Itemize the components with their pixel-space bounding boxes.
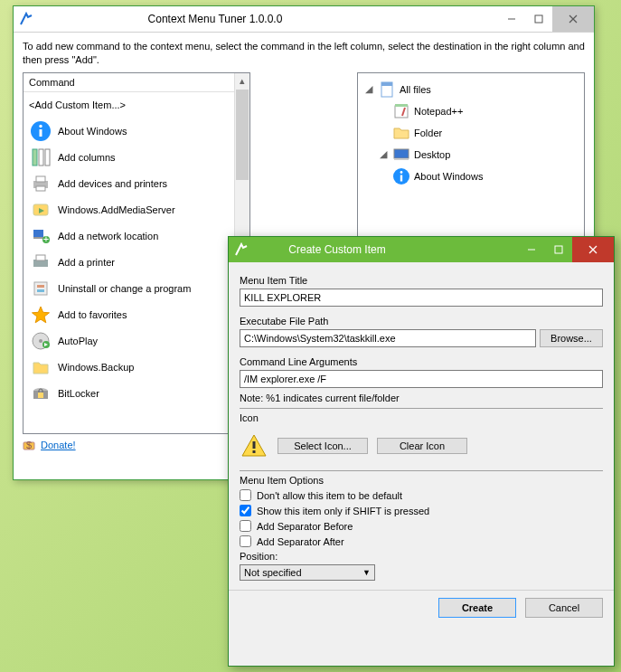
checkbox-shift[interactable]: Show this item only if SHIFT is pressed	[240, 505, 603, 516]
list-item[interactable]: BitLocker	[24, 381, 249, 407]
icon-section-label: Icon	[240, 412, 603, 423]
svg-rect-21	[36, 255, 45, 260]
list-item[interactable]: Add to favorites	[24, 302, 249, 328]
svg-rect-9	[39, 149, 43, 166]
svg-point-27	[39, 339, 42, 343]
programs-icon	[29, 279, 52, 298]
exe-path-label: Executabe File Path	[240, 316, 603, 327]
window-title: Context Menu Tuner 1.0.0.0	[41, 13, 498, 25]
create-custom-item-dialog: Create Custom Item Menu Item Title Execu…	[228, 236, 615, 667]
svg-rect-47	[555, 246, 562, 253]
main-titlebar[interactable]: Context Menu Tuner 1.0.0.0	[14, 6, 594, 33]
tree-node-desktop[interactable]: ◢Desktop	[363, 144, 579, 166]
desktop-icon	[392, 146, 410, 164]
autoplay-icon	[29, 331, 52, 351]
network-icon: +	[29, 226, 52, 246]
svg-point-44	[400, 171, 403, 174]
modal-maximize-button[interactable]	[545, 237, 572, 262]
svg-rect-51	[253, 441, 256, 449]
chevron-down-icon[interactable]: ◢	[363, 83, 374, 95]
svg-rect-32	[38, 393, 43, 398]
svg-text:$: $	[26, 440, 32, 450]
donate-area: $ Donate!	[23, 434, 250, 452]
add-custom-item[interactable]: <Add Custom Item...>	[24, 92, 249, 118]
media-icon	[29, 200, 52, 220]
svg-marker-25	[33, 307, 50, 323]
position-combo[interactable]: Not specified▼	[240, 564, 375, 581]
checkbox-default[interactable]: Don't allow this item to be default	[240, 489, 603, 501]
app-icon	[234, 242, 249, 257]
svg-rect-38	[395, 104, 408, 107]
svg-rect-6	[40, 129, 42, 137]
instruction-text: To add new command to the context menu, …	[14, 33, 594, 72]
svg-rect-13	[36, 186, 45, 191]
notepad-icon	[392, 102, 410, 120]
folder-icon	[392, 124, 410, 142]
modal-minimize-button[interactable]	[518, 237, 545, 262]
svg-rect-22	[34, 282, 47, 295]
tree-node-notepad[interactable]: Notepad++	[363, 100, 579, 122]
create-button[interactable]: Create	[438, 598, 516, 618]
chevron-down-icon[interactable]: ◢	[378, 148, 389, 160]
list-item[interactable]: AutoPlay	[24, 328, 249, 355]
scroll-up[interactable]: ▴	[235, 73, 249, 89]
svg-rect-12	[36, 176, 45, 182]
backup-icon	[29, 357, 52, 377]
note-text: Note: %1 indicates current file/folder	[240, 393, 603, 403]
cancel-button[interactable]: Cancel	[525, 598, 603, 618]
modal-titlebar[interactable]: Create Custom Item	[229, 237, 614, 262]
args-label: Command Line Arguments	[240, 356, 603, 367]
svg-rect-23	[37, 285, 44, 288]
menu-title-input[interactable]	[240, 289, 603, 307]
command-header: Command	[24, 73, 249, 92]
svg-rect-10	[45, 149, 50, 166]
close-button[interactable]	[552, 6, 594, 32]
list-item[interactable]: Add devices and printers	[24, 171, 249, 197]
tree-node-about[interactable]: About Windows	[363, 166, 579, 187]
file-icon	[378, 80, 396, 99]
list-item[interactable]: Add a printer	[24, 250, 249, 276]
list-item[interactable]: Add columns	[24, 145, 249, 171]
svg-text:+: +	[43, 233, 49, 244]
checkbox-sep-before[interactable]: Add Separator Before	[240, 520, 603, 532]
svg-rect-37	[395, 106, 408, 118]
svg-rect-52	[253, 450, 256, 453]
position-label: Position:	[240, 551, 603, 562]
svg-rect-2	[535, 15, 542, 23]
list-item[interactable]: Windows.AddMediaServer	[24, 197, 249, 223]
app-icon	[19, 12, 33, 26]
browse-button[interactable]: Browse...	[540, 329, 603, 347]
list-item[interactable]: +Add a network location	[24, 223, 249, 250]
maximize-button[interactable]	[525, 6, 552, 32]
select-icon-button[interactable]: Select Icon...	[278, 438, 368, 454]
warning-icon	[240, 431, 268, 460]
donate-link[interactable]: Donate!	[41, 440, 76, 450]
svg-rect-40	[394, 149, 409, 158]
list-item[interactable]: Uninstall or change a program	[24, 276, 249, 302]
modal-title: Create Custom Item	[256, 243, 518, 256]
tree-node-all-files[interactable]: ◢All files	[363, 79, 579, 100]
printer2-icon	[29, 252, 52, 272]
columns-icon	[29, 147, 52, 167]
star-icon	[29, 305, 52, 325]
clear-icon-button[interactable]: Clear Icon	[377, 438, 467, 454]
printer-icon	[29, 174, 52, 194]
checkbox-sep-after[interactable]: Add Separator After	[240, 535, 603, 547]
options-label: Menu Item Options	[240, 475, 603, 486]
exe-path-input[interactable]	[240, 329, 536, 347]
tree-node-folder[interactable]: Folder	[363, 122, 579, 144]
args-input[interactable]	[240, 370, 603, 388]
svg-rect-24	[37, 289, 44, 292]
list-item[interactable]: About Windows	[24, 118, 249, 145]
svg-rect-41	[394, 158, 409, 160]
lock-icon	[29, 383, 52, 403]
modal-close-button[interactable]	[572, 237, 614, 262]
destination-tree-panel: ◢All files Notepad++ Folder ◢Desktop Abo…	[357, 72, 585, 253]
chevron-down-icon: ▼	[362, 568, 371, 577]
minimize-button[interactable]	[498, 6, 525, 32]
info-icon	[29, 121, 52, 141]
list-item[interactable]: Windows.Backup	[24, 355, 249, 381]
svg-rect-8	[33, 149, 37, 166]
svg-rect-16	[33, 230, 43, 237]
scroll-thumb[interactable]	[236, 90, 249, 180]
